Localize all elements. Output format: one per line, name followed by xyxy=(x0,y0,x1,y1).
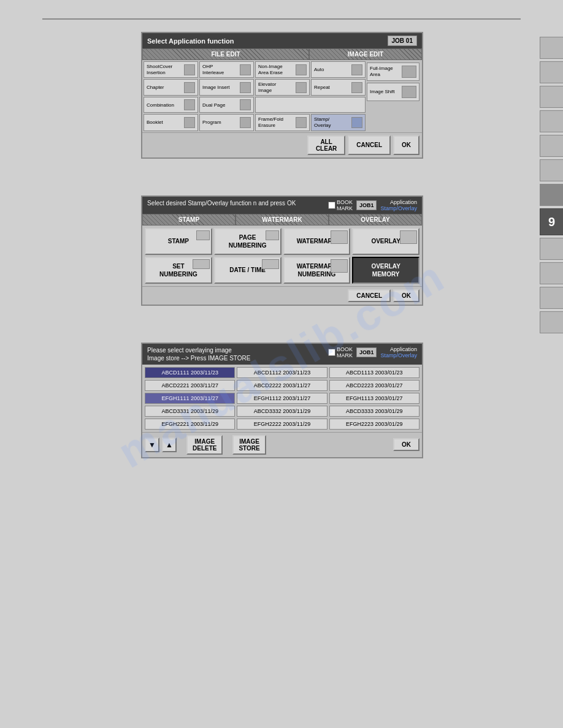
btn-imageshift[interactable]: Image Shift xyxy=(367,83,419,101)
watermark-mini-icon xyxy=(331,230,348,244)
btn-booklet[interactable]: Booklet xyxy=(144,114,198,131)
side-tab-8[interactable] xyxy=(540,238,563,260)
side-tab-11[interactable] xyxy=(540,311,563,333)
dialog1-title: Select Application function xyxy=(147,37,234,45)
btn-stamp-overlay[interactable]: Stamp/Overlay xyxy=(311,114,366,131)
side-tab-3[interactable] xyxy=(540,86,563,108)
ohp-icon xyxy=(240,64,251,75)
dialog1-ok-button[interactable]: OK xyxy=(393,135,419,155)
program-icon xyxy=(240,117,251,128)
spacer1 xyxy=(18,177,532,195)
dialog3-bookmark[interactable]: BOOK MARK xyxy=(328,346,353,358)
image-btn-efgh2221[interactable]: EFGH2221 2003/11/29 xyxy=(145,419,235,430)
side-tab-1[interactable] xyxy=(540,37,563,59)
image-btn-abcd3332[interactable]: ABCD3332 2003/11/29 xyxy=(237,406,327,417)
btn-overlay-memory[interactable]: OVERLAYMEMORY xyxy=(352,257,419,284)
chapter-icon xyxy=(184,82,195,93)
image-btn-abcd1113[interactable]: ABCD1113 2003/01/23 xyxy=(329,367,419,378)
image-btn-abcd1111[interactable]: ABCD1111 2003/11/23 xyxy=(145,367,235,378)
image-btn-abcd2222[interactable]: ABCD2222 2003/11/27 xyxy=(237,380,327,391)
btn-program[interactable]: Program xyxy=(199,114,254,131)
image-btn-efgh2223[interactable]: EFGH2223 2003/01/29 xyxy=(329,419,419,430)
dialog3-bookmark-checkbox[interactable] xyxy=(328,349,335,356)
dialog1-footer: ALL CLEAR CANCEL OK xyxy=(142,132,422,157)
dialog3-images-grid: ABCD1111 2003/11/23 ABCD1112 2003/11/23 … xyxy=(142,365,422,432)
btn-overlay[interactable]: OVERLAY xyxy=(352,228,419,255)
btn-chapter[interactable]: Chapter xyxy=(144,79,198,96)
dialog3-down-arrow-button[interactable]: ▼ xyxy=(145,438,159,452)
btn-fullimage[interactable]: Full-ImageArea xyxy=(367,63,419,81)
breadcrumb-application: Application xyxy=(390,199,417,205)
dialog1-cancel-button[interactable]: CANCEL xyxy=(348,135,391,155)
dialog2-bookmark[interactable]: BOOK MARK xyxy=(328,199,353,211)
dialog3-header: Please select overlaying image Image sto… xyxy=(142,344,422,365)
setnumbering-mini-icon xyxy=(193,259,210,269)
dialog1-allclear-button[interactable]: ALL CLEAR xyxy=(307,135,345,155)
image-btn-abcd2221[interactable]: ABCD2221 2003/11/27 xyxy=(145,380,235,391)
image-btn-abcd1112[interactable]: ABCD1112 2003/11/23 xyxy=(237,367,327,378)
btn-date-time[interactable]: DATE / TIME xyxy=(214,257,282,284)
btn-stamp-label: STAMP xyxy=(168,238,189,245)
shootcover-icon xyxy=(184,64,195,75)
bookmark-checkbox[interactable] xyxy=(328,202,335,209)
btn-stamp[interactable]: STAMP xyxy=(145,228,212,255)
btn-nonimage[interactable]: Non-ImageArea Erase xyxy=(255,61,310,78)
btn-combination[interactable]: Combination xyxy=(144,97,198,113)
side-tab-5[interactable] xyxy=(540,135,563,157)
image-btn-abcd2223[interactable]: ABCD2223 2003/01/27 xyxy=(329,380,419,391)
dialog3-header-right: BOOK MARK JOB1 Application Stamp/Overlay xyxy=(328,346,417,358)
btn-dualpage[interactable]: Dual Page xyxy=(199,97,254,113)
btn-watermark[interactable]: WATERMARK xyxy=(283,228,351,255)
btn-shootcover[interactable]: ShootCoverInsertion xyxy=(144,61,198,78)
btn-repeat[interactable]: Repeat xyxy=(311,79,366,96)
btn-imageinsert[interactable]: Image Insert xyxy=(199,79,254,96)
dialog3-title: Please select overlaying image Image sto… xyxy=(147,346,250,362)
dialog2-section-headers: STAMP WATERMARK OVERLAY xyxy=(142,214,422,226)
side-tab-4[interactable] xyxy=(540,110,563,132)
side-tab-9[interactable] xyxy=(540,262,563,284)
side-tab-2[interactable] xyxy=(540,61,563,83)
side-tab-6[interactable] xyxy=(540,159,563,181)
dialog2-ok-button[interactable]: OK xyxy=(393,289,419,302)
btn-auto[interactable]: Auto xyxy=(311,61,366,78)
image-btn-efgh1112[interactable]: EFGH1112 2003/11/27 xyxy=(237,393,327,404)
auto-icon xyxy=(351,64,362,75)
dialog1-section-headers: FILE EDIT IMAGE EDIT xyxy=(142,48,422,60)
dialog2-breadcrumb: Application Stamp/Overlay xyxy=(380,199,417,211)
watermarknumbering-mini-icon xyxy=(331,259,348,273)
dialog3-up-arrow-button[interactable]: ▲ xyxy=(162,438,177,452)
btn-overlay-label: OVERLAY xyxy=(371,238,400,245)
breadcrumb-stamp-overlay: Stamp/Overlay xyxy=(380,205,417,211)
image-btn-efgh1113[interactable]: EFGH1113 2003/01/27 xyxy=(329,393,419,404)
framefold-icon xyxy=(296,117,307,128)
dialog3-ok-button[interactable]: OK xyxy=(393,438,419,451)
image-btn-efgh2222[interactable]: EFGH2222 2003/11/29 xyxy=(237,419,327,430)
repeat-icon xyxy=(351,82,362,93)
side-tab-number: 9 xyxy=(540,208,563,235)
spacer2 xyxy=(18,324,532,343)
btn-elevator[interactable]: ElevatorImage xyxy=(255,79,310,96)
image-btn-efgh1111[interactable]: EFGH1111 2003/11/27 xyxy=(145,393,235,404)
datetime-mini-icon xyxy=(262,259,279,269)
image-btn-abcd3333[interactable]: ABCD3333 2003/01/29 xyxy=(329,406,419,417)
dialog3-footer: ▼ ▲ IMAGE DELETE IMAGE STORE OK xyxy=(142,432,422,457)
dialog3-breadcrumb-stamp: Stamp/Overlay xyxy=(380,352,417,358)
btn-empty1 xyxy=(255,97,366,113)
btn-watermark-numbering[interactable]: WATERMARKNUMBERING xyxy=(283,257,351,284)
dialog3-breadcrumb-app: Application xyxy=(390,346,417,352)
btn-page-numbering-label: PAGENUMBERING xyxy=(229,233,267,249)
side-tab-10[interactable] xyxy=(540,287,563,309)
btn-ohp[interactable]: OHPInterleave xyxy=(199,61,254,78)
btn-framefold[interactable]: Frame/FoldErasure xyxy=(255,114,310,131)
stampoverlay-icon xyxy=(351,117,362,128)
btn-set-numbering[interactable]: SETNUMBERING xyxy=(145,257,212,284)
btn-page-numbering[interactable]: PAGENUMBERING xyxy=(214,228,282,255)
dialog2-header: Select desired Stamp/Overlay function n … xyxy=(142,197,422,214)
dialog3-image-delete-button[interactable]: IMAGE DELETE xyxy=(186,435,223,455)
dialog2-cancel-button[interactable]: CANCEL xyxy=(348,289,391,302)
booklet-icon xyxy=(184,117,195,128)
top-separator xyxy=(42,18,521,20)
dialog3-image-store-button[interactable]: IMAGE STORE xyxy=(232,435,266,455)
image-btn-abcd3331[interactable]: ABCD3331 2003/11/29 xyxy=(145,406,235,417)
side-tab-7-active[interactable] xyxy=(540,184,563,206)
